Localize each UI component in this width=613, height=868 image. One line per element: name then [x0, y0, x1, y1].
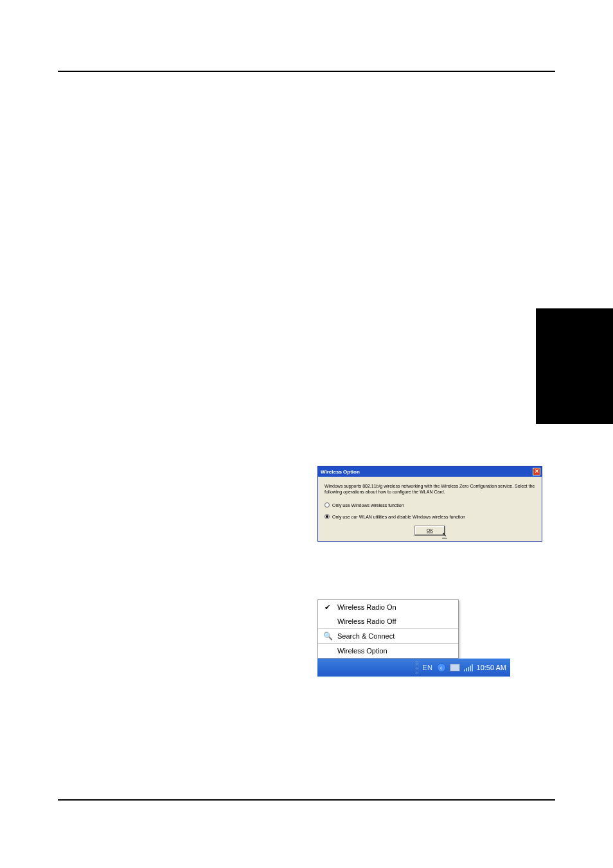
signal-bars-icon[interactable]	[464, 664, 473, 671]
menu-wireless-option[interactable]: Wireless Option	[318, 644, 458, 658]
wireless-option-dialog: Wireless Option ✕ Windows supports 802.1…	[317, 466, 542, 542]
side-tab	[536, 308, 613, 424]
close-button[interactable]: ✕	[533, 468, 540, 475]
close-icon: ✕	[535, 469, 539, 474]
cursor-icon: ↖	[442, 531, 447, 538]
dialog-body: Windows supports 802.11b/g wireless netw…	[318, 477, 542, 541]
menu-label: Wireless Option	[337, 647, 387, 655]
dialog-titlebar: Wireless Option ✕	[318, 466, 542, 477]
ok-button[interactable]: OK ↖	[414, 526, 445, 536]
dialog-title: Wireless Option	[321, 469, 360, 475]
tray-expand-icon[interactable]: ‹	[437, 663, 446, 672]
page-body: Wireless Option ✕ Windows supports 802.1…	[0, 0, 613, 123]
menu-search-connect[interactable]: 🔍 Search & Connect	[318, 629, 458, 643]
taskbar: EN ‹ 10:50 AM	[317, 659, 510, 677]
radio-option-windows[interactable]: Only use Windows wireless function	[324, 502, 535, 508]
menu-label: Wireless Radio On	[337, 603, 396, 611]
menu-wireless-off[interactable]: Wireless Radio Off	[318, 614, 458, 628]
menu-label: Search & Connect	[337, 632, 395, 640]
check-icon: ✔	[324, 603, 330, 612]
menu-label: Wireless Radio Off	[337, 617, 396, 625]
keyboard-icon[interactable]	[450, 664, 460, 671]
menu-wireless-on[interactable]: ✔ Wireless Radio On	[318, 600, 458, 614]
clock[interactable]: 10:50 AM	[477, 664, 506, 671]
dialog-message: Windows supports 802.11b/g wireless netw…	[324, 483, 535, 495]
magnifier-icon: 🔍	[323, 632, 333, 641]
screenshots-column: Wireless Option ✕ Windows supports 802.1…	[317, 466, 542, 677]
radio-label: Only use our WLAN utilities and disable …	[332, 515, 465, 519]
ok-label: OK	[427, 528, 433, 533]
language-indicator[interactable]: EN	[422, 664, 432, 671]
radio-icon	[324, 502, 330, 508]
top-rule	[58, 71, 555, 72]
tray-context-menu: ✔ Wireless Radio On Wireless Radio Off 🔍…	[317, 599, 459, 659]
bottom-rule	[58, 799, 555, 801]
taskbar-divider	[416, 661, 418, 674]
tray-screenshot: ✔ Wireless Radio On Wireless Radio Off 🔍…	[317, 599, 510, 677]
radio-label: Only use Windows wireless function	[332, 503, 404, 508]
radio-icon	[324, 514, 330, 519]
radio-option-wlan-utilities[interactable]: Only use our WLAN utilities and disable …	[324, 514, 535, 519]
